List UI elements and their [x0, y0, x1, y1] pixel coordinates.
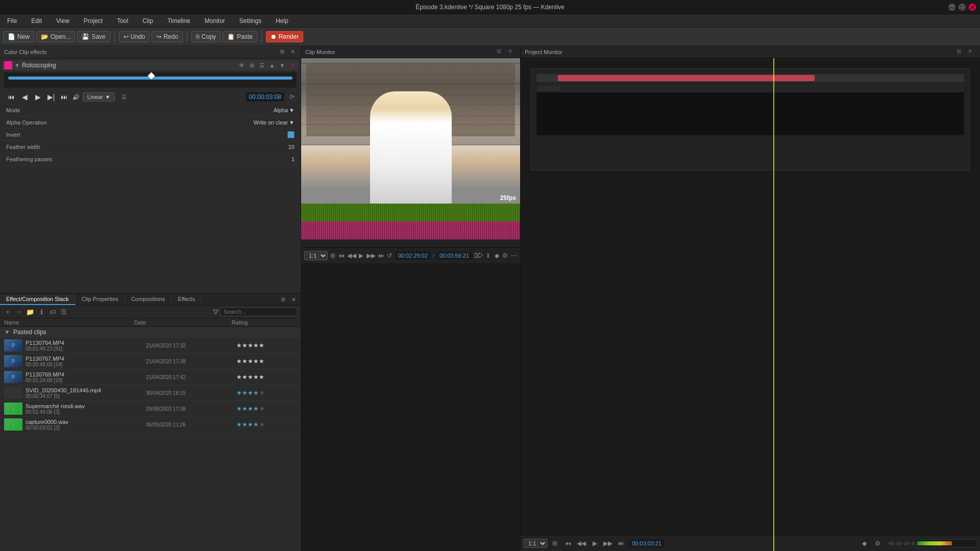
bin-item-1[interactable]: P P1130767.MP4 00:00:48:00 [14] 21/04/20…: [0, 354, 301, 369]
menu-file[interactable]: File: [4, 16, 20, 26]
remove-clip-button[interactable]: −: [14, 307, 23, 316]
play-pause-button[interactable]: ▶: [358, 250, 365, 261]
proj-settings-button[interactable]: ⚙: [872, 538, 883, 549]
clip-info-button[interactable]: ℹ: [485, 250, 492, 261]
keyframe-timeline[interactable]: [4, 72, 297, 88]
up-icon[interactable]: ▲: [268, 61, 276, 69]
menu-monitor[interactable]: Monitor: [202, 16, 228, 26]
filter-icon[interactable]: ⊞: [248, 61, 256, 69]
proj-ruler: | | | | | | | | |: [536, 84, 964, 92]
menu-edit[interactable]: Edit: [28, 16, 45, 26]
interpolation-button[interactable]: Linear ▼: [83, 92, 115, 102]
add-folder-button[interactable]: 📁: [26, 307, 35, 316]
proj-step-fwd-button[interactable]: ▶▶: [602, 538, 614, 549]
maximize-button[interactable]: □: [959, 4, 966, 11]
panel-settings-icon[interactable]: ⚙: [278, 48, 286, 56]
render-icon: ⏺: [271, 33, 277, 40]
bin-settings-icon[interactable]: ⚙: [279, 295, 287, 304]
proj-zoom-select[interactable]: 1:1: [524, 539, 547, 548]
down-icon[interactable]: ▼: [278, 61, 286, 69]
step-back-button[interactable]: ◀◀: [347, 250, 356, 261]
proj-monitor-expand-icon[interactable]: ⊞: [957, 48, 965, 56]
render-button[interactable]: ⏺ Render: [266, 31, 303, 42]
menu-tool[interactable]: Tool: [114, 16, 131, 26]
prev-frame-button[interactable]: ◀: [19, 92, 30, 102]
open-button[interactable]: 📂 Open...: [36, 31, 75, 42]
proj-prev-button[interactable]: ⏮: [562, 538, 574, 549]
go-start-button[interactable]: ⏮: [6, 92, 16, 102]
marker-button[interactable]: ◆: [494, 250, 500, 261]
feather-label: Feather width: [6, 144, 288, 150]
next-frame-button[interactable]: ▶|: [46, 92, 56, 102]
search-input[interactable]: [220, 307, 298, 316]
menu-settings[interactable]: Settings: [236, 16, 264, 26]
tab-effect-composition[interactable]: Effect/Composition Stack: [0, 294, 76, 305]
close-button[interactable]: ✕: [969, 4, 976, 11]
menu-project[interactable]: Project: [81, 16, 106, 26]
bin-item-0[interactable]: P P1130764.MP4 00:01:49:23 [91] 21/04/20…: [0, 338, 301, 354]
timecode-spinner[interactable]: ⟳: [289, 93, 295, 101]
proj-fullscreen-button[interactable]: ⊞: [549, 538, 560, 549]
menu-view[interactable]: View: [53, 16, 72, 26]
new-button[interactable]: 📄 New: [3, 31, 34, 42]
undo-button[interactable]: ↩ Undo: [119, 31, 150, 42]
add-clip-button[interactable]: +: [3, 307, 12, 316]
more-options-button[interactable]: ⋯: [510, 250, 517, 261]
bin-item-2[interactable]: P P1130769.MP4 00:01:24:00 [19] 21/04/20…: [0, 369, 301, 385]
fullscreen-button[interactable]: ⊞: [330, 250, 336, 261]
bin-close-icon[interactable]: ✕: [289, 295, 298, 304]
menu-clip[interactable]: Clip: [139, 16, 156, 26]
clip-stars-5: ★★★★★: [236, 421, 297, 428]
left-bottom-panel: Effect/Composition Stack Clip Properties…: [0, 293, 301, 551]
effect-action-icons: 👁 ⊞ ☰ ▲ ▼ ✕: [237, 61, 297, 69]
copy-button[interactable]: ⎘ Copy: [191, 31, 220, 42]
timeline-strip[interactable]: [301, 239, 520, 247]
panel-close-icon[interactable]: ✕: [288, 48, 297, 56]
eye-icon[interactable]: 👁: [237, 61, 246, 69]
list-icon[interactable]: ☰: [258, 61, 266, 69]
delete-effect-icon[interactable]: ✕: [288, 61, 297, 69]
next-clip-button[interactable]: ⏭: [378, 250, 384, 261]
menu-timeline[interactable]: Timeline: [164, 16, 193, 26]
paste-button[interactable]: 📋 Paste: [223, 31, 257, 42]
proj-monitor-close-icon[interactable]: ✕: [968, 48, 976, 56]
bin-item-4[interactable]: ♪ Supermarché rondi.wav 00:01:49:06 [3] …: [0, 401, 301, 417]
tag-button[interactable]: 🏷: [48, 307, 57, 316]
menu-help[interactable]: Help: [273, 16, 291, 26]
tab-effects[interactable]: Effects: [172, 294, 201, 305]
minimize-button[interactable]: —: [948, 4, 955, 11]
step-fwd-button[interactable]: ▶▶: [366, 250, 376, 261]
prev-clip-button[interactable]: ⏮: [338, 250, 345, 261]
proj-step-back-button[interactable]: ◀◀: [576, 538, 587, 549]
effect-color-indicator: [4, 61, 12, 69]
settings-button[interactable]: ⚙: [502, 250, 509, 261]
mode-dropdown[interactable]: Alpha ▼: [274, 107, 295, 113]
proj-next-button[interactable]: ⏭: [616, 538, 627, 549]
folder-row[interactable]: ▼ Pasted clips: [0, 327, 301, 338]
total-timecode: 00:03:56:21: [436, 252, 472, 260]
in-point-button[interactable]: ⌦: [474, 250, 483, 261]
menu-icon[interactable]: ☰: [120, 93, 128, 101]
proj-play-button[interactable]: ▶: [589, 538, 600, 549]
tab-compositions[interactable]: Compositions: [125, 294, 172, 305]
more-button[interactable]: ☰: [59, 307, 68, 316]
clip-thumbnail-1: P: [4, 355, 22, 367]
window-controls[interactable]: — □ ✕: [948, 4, 976, 11]
timecode-display: 00:00:03:08: [246, 92, 284, 102]
proj-marker-button[interactable]: ◆: [859, 538, 870, 549]
monitor-expand-icon[interactable]: ⊞: [497, 48, 505, 56]
tab-clip-properties[interactable]: Clip Properties: [76, 294, 125, 305]
monitor-close-icon[interactable]: ✕: [508, 48, 516, 56]
clip-stars-4: ★★★★★: [236, 405, 297, 412]
save-button[interactable]: 💾 Save: [77, 31, 110, 42]
redo-button[interactable]: ↪ Redo: [152, 31, 183, 42]
bin-item-3[interactable]: SVID_20200430_181446.mp4 00:00:34:07 [5]…: [0, 385, 301, 401]
zoom-select[interactable]: 1:1: [304, 251, 328, 260]
invert-checkbox[interactable]: [287, 131, 295, 138]
bin-item-5[interactable]: ♪ capture0000.wav 00:00:03:01 [2] 06/05/…: [0, 417, 301, 433]
alpha-op-dropdown[interactable]: Write on clear ▼: [253, 119, 295, 126]
clip-props-button[interactable]: ℹ: [37, 307, 46, 316]
loop-button[interactable]: ↺: [386, 250, 393, 261]
play-button[interactable]: ▶: [33, 92, 43, 102]
go-end-button[interactable]: ⏭: [59, 92, 69, 102]
